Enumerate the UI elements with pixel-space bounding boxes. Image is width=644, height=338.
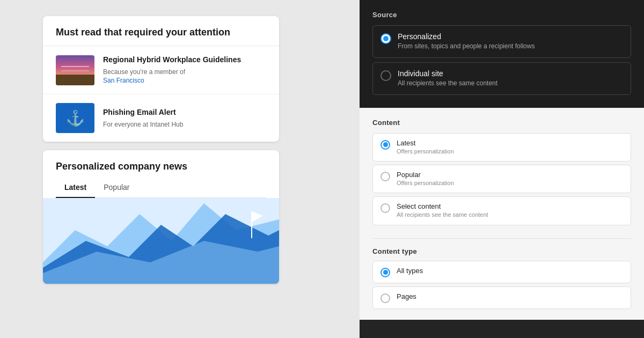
content-popular-text: Popular Offers personalization: [397, 171, 623, 187]
content-latest-desc: Offers personalization: [397, 148, 623, 156]
phishing-title: Phishing Email Alert: [103, 107, 266, 118]
source-personalized-desc: From sites, topics and people a recipien…: [398, 42, 623, 51]
regional-subtitle: Because you're a member of San Francisco: [103, 68, 266, 86]
svg-rect-5: [251, 211, 252, 238]
must-read-card: Must read that required your attention R…: [43, 16, 279, 142]
source-label: Source: [372, 11, 631, 19]
news-chart: [43, 198, 279, 284]
source-individual-option[interactable]: Individual site All recipients see the s…: [372, 62, 631, 95]
type-all-label: All types: [397, 267, 623, 275]
divider: [372, 238, 631, 239]
phishing-content: Phishing Email Alert For everyone at Int…: [103, 107, 266, 129]
content-latest-option[interactable]: Latest Offers personalization: [372, 133, 631, 161]
san-francisco-link[interactable]: San Francisco: [103, 77, 144, 84]
chart-svg: [43, 198, 279, 284]
content-type-label: Content type: [372, 247, 631, 255]
regional-thumb: [56, 55, 94, 85]
source-personalized-radio[interactable]: [380, 33, 391, 44]
tab-popular[interactable]: Popular: [95, 179, 138, 198]
content-select-desc: All recipients see the same content: [397, 211, 623, 219]
source-individual-desc: All recipients see the same content: [398, 79, 623, 88]
regional-content: Regional Hybrid Workplace Guidelines Bec…: [103, 55, 266, 85]
right-panel: Source Personalized From sites, topics a…: [360, 0, 644, 338]
content-select-radio[interactable]: [380, 203, 390, 213]
content-popular-option[interactable]: Popular Offers personalization: [372, 165, 631, 193]
type-pages-text: Pages: [397, 292, 623, 301]
hook-icon: ⚓: [66, 109, 85, 127]
company-news-header: Personalized company news Latest Popular: [43, 150, 279, 198]
content-select-option[interactable]: Select content All recipients see the sa…: [372, 196, 631, 225]
content-latest-label: Latest: [397, 139, 623, 147]
source-personalized-label: Personalized: [398, 32, 623, 41]
content-popular-desc: Offers personalization: [397, 179, 623, 187]
news-tabs: Latest Popular: [56, 179, 266, 198]
type-pages-radio[interactable]: [380, 293, 390, 303]
bridge-image: [56, 55, 94, 85]
source-individual-radio[interactable]: [380, 70, 391, 81]
company-news-card: Personalized company news Latest Popular: [43, 150, 279, 284]
type-all-radio[interactable]: [380, 268, 390, 277]
type-all-option[interactable]: All types: [372, 261, 631, 283]
must-read-list: Regional Hybrid Workplace Guidelines Bec…: [43, 46, 279, 142]
type-all-text: All types: [397, 267, 623, 275]
list-item[interactable]: Regional Hybrid Workplace Guidelines Bec…: [43, 46, 279, 94]
content-latest-text: Latest Offers personalization: [397, 139, 623, 156]
content-section: Content Latest Offers personalization Po…: [360, 108, 644, 236]
regional-subtitle-text: Because you're a member of: [103, 68, 185, 76]
content-popular-label: Popular: [397, 171, 623, 179]
content-type-section: Content type All types Pages: [360, 236, 644, 320]
content-label: Content: [372, 119, 631, 127]
content-select-label: Select content: [397, 202, 623, 210]
content-select-text: Select content All recipients see the sa…: [397, 202, 623, 219]
left-panel: Must read that required your attention R…: [43, 16, 279, 292]
regional-title: Regional Hybrid Workplace Guidelines: [103, 55, 266, 65]
source-individual-text: Individual site All recipients see the s…: [398, 69, 623, 88]
content-popular-radio[interactable]: [380, 172, 390, 181]
source-individual-label: Individual site: [398, 69, 623, 78]
source-personalized-text: Personalized From sites, topics and peop…: [398, 32, 623, 51]
phishing-thumb: ⚓: [56, 103, 94, 133]
must-read-card-header: Must read that required your attention: [43, 16, 279, 46]
source-section: Source Personalized From sites, topics a…: [360, 0, 644, 108]
tab-latest[interactable]: Latest: [56, 179, 95, 198]
phishing-image: ⚓: [56, 103, 94, 133]
must-read-title: Must read that required your attention: [56, 27, 266, 38]
content-latest-radio[interactable]: [380, 140, 390, 150]
type-pages-option[interactable]: Pages: [372, 286, 631, 309]
list-item[interactable]: ⚓ Phishing Email Alert For everyone at I…: [43, 94, 279, 142]
source-personalized-option[interactable]: Personalized From sites, topics and peop…: [372, 25, 631, 58]
company-news-title: Personalized company news: [56, 161, 266, 172]
phishing-subtitle: For everyone at Intanet Hub: [103, 120, 266, 129]
type-pages-label: Pages: [397, 292, 623, 300]
